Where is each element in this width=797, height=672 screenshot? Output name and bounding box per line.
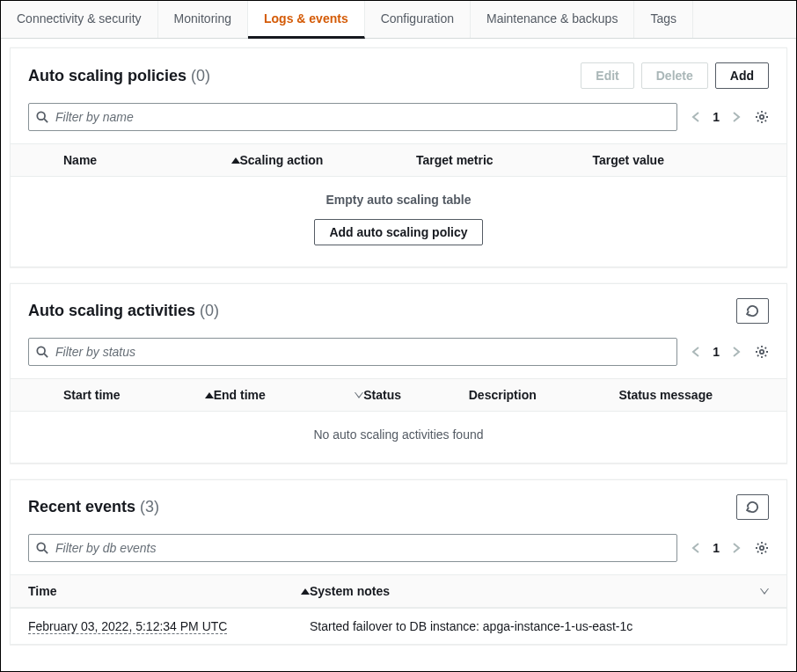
- events-table-head: Time System notes: [11, 574, 786, 608]
- refresh-icon: [746, 500, 759, 514]
- prev-page-icon[interactable]: [688, 538, 704, 558]
- events-filter[interactable]: [28, 534, 677, 562]
- col-end-time[interactable]: End time: [214, 388, 364, 402]
- policies-filter-input[interactable]: [54, 109, 669, 125]
- tab-maintenance[interactable]: Maintenance & backups: [471, 1, 634, 38]
- prev-page-icon[interactable]: [688, 107, 704, 127]
- tab-monitoring[interactable]: Monitoring: [158, 1, 248, 38]
- sort-desc-icon: [760, 588, 769, 595]
- prev-page-icon[interactable]: [688, 342, 704, 362]
- activities-pager: 1: [688, 342, 744, 362]
- svg-point-0: [37, 112, 45, 120]
- edit-button[interactable]: Edit: [581, 62, 633, 89]
- next-page-icon[interactable]: [728, 538, 744, 558]
- next-page-icon[interactable]: [728, 107, 744, 127]
- page-number: 1: [713, 110, 720, 124]
- policies-empty: Empty auto scaling table Add auto scalin…: [11, 177, 786, 267]
- refresh-button[interactable]: [736, 298, 769, 324]
- settings-icon[interactable]: [755, 345, 769, 359]
- activities-title: Auto scaling activities (0): [28, 302, 219, 320]
- col-start-time[interactable]: Start time: [63, 388, 214, 402]
- policies-filter[interactable]: [28, 103, 677, 131]
- event-time: February 03, 2022, 5:12:34 PM UTC: [28, 619, 227, 634]
- svg-point-2: [760, 115, 764, 119]
- add-button[interactable]: Add: [715, 62, 769, 89]
- delete-button[interactable]: Delete: [641, 62, 708, 89]
- page-number: 1: [713, 541, 720, 555]
- col-target-value[interactable]: Target value: [593, 153, 770, 167]
- tab-configuration[interactable]: Configuration: [365, 1, 471, 38]
- event-notes: Started failover to DB instance: apga-in…: [310, 619, 769, 633]
- svg-point-5: [760, 350, 764, 354]
- svg-point-8: [760, 546, 764, 550]
- activities-table-head: Start time End time Status Description S…: [11, 378, 786, 412]
- policies-pager: 1: [688, 107, 744, 127]
- sort-asc-icon: [301, 588, 310, 595]
- sort-asc-icon: [205, 392, 214, 398]
- svg-point-3: [37, 347, 45, 354]
- settings-icon[interactable]: [755, 110, 769, 124]
- col-description[interactable]: Description: [469, 388, 619, 402]
- tab-logs-events[interactable]: Logs & events: [248, 1, 365, 39]
- policies-table-head: Name Scaling action Target metric Target…: [11, 143, 786, 177]
- tab-connectivity[interactable]: Connectivity & security: [1, 1, 158, 38]
- add-auto-scaling-policy-button[interactable]: Add auto scaling policy: [314, 219, 482, 245]
- svg-point-6: [37, 543, 45, 551]
- activities-filter-input[interactable]: [54, 344, 669, 360]
- sort-asc-icon: [231, 157, 240, 164]
- col-status-message[interactable]: Status message: [618, 388, 769, 402]
- search-icon: [36, 111, 48, 123]
- auto-scaling-policies-panel: Auto scaling policies (0) Edit Delete Ad…: [10, 47, 787, 267]
- page-number: 1: [713, 345, 720, 359]
- col-scaling-action[interactable]: Scaling action: [240, 153, 417, 167]
- activities-filter[interactable]: [28, 338, 677, 366]
- tab-tags[interactable]: Tags: [634, 1, 693, 38]
- events-pager: 1: [688, 538, 744, 558]
- refresh-icon: [746, 304, 759, 318]
- col-system-notes[interactable]: System notes: [310, 584, 769, 598]
- svg-line-7: [44, 550, 48, 553]
- col-time[interactable]: Time: [28, 584, 310, 598]
- search-icon: [36, 542, 48, 554]
- search-icon: [36, 346, 48, 358]
- events-title: Recent events (3): [28, 498, 159, 516]
- refresh-button[interactable]: [736, 494, 769, 520]
- settings-icon[interactable]: [755, 541, 769, 555]
- svg-line-1: [44, 119, 48, 122]
- recent-events-panel: Recent events (3) 1 Time System notes Fe…: [10, 479, 787, 645]
- col-target-metric[interactable]: Target metric: [416, 153, 593, 167]
- svg-line-4: [44, 354, 48, 357]
- next-page-icon[interactable]: [728, 342, 744, 362]
- col-status[interactable]: Status: [363, 388, 468, 402]
- auto-scaling-activities-panel: Auto scaling activities (0) 1 Start time…: [10, 283, 787, 464]
- policies-title: Auto scaling policies (0): [28, 67, 210, 85]
- activities-empty: No auto scaling activities found: [11, 412, 786, 463]
- events-filter-input[interactable]: [54, 540, 669, 556]
- col-name[interactable]: Name: [63, 153, 240, 167]
- table-row: February 03, 2022, 5:12:34 PM UTC Starte…: [11, 608, 786, 644]
- sort-desc-icon: [355, 392, 363, 398]
- tab-bar: Connectivity & security Monitoring Logs …: [1, 1, 796, 39]
